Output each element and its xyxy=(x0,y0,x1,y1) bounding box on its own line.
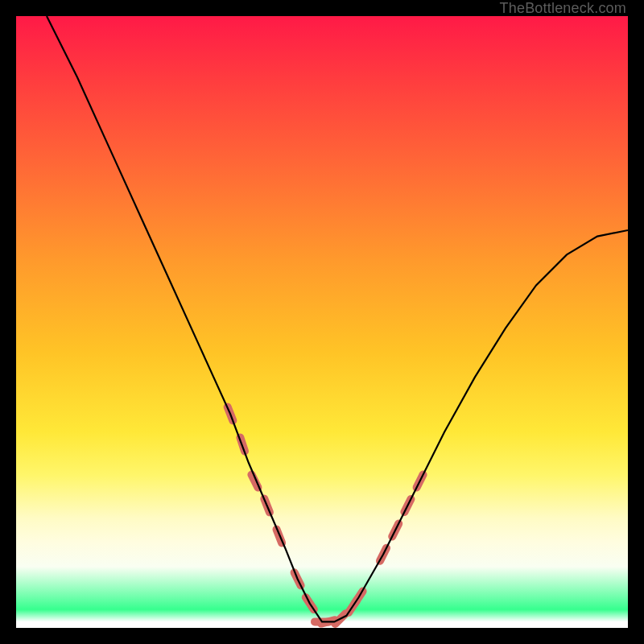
gradient-background xyxy=(16,16,628,628)
chart-frame xyxy=(16,16,628,628)
watermark-text: TheBottleneck.com xyxy=(500,0,626,17)
